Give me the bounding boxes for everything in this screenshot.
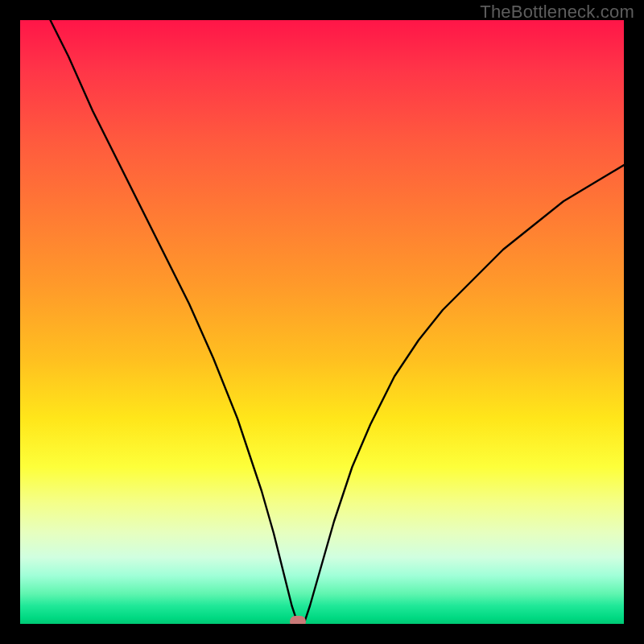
optimal-point-marker <box>290 616 306 624</box>
bottleneck-curve <box>51 20 625 624</box>
watermark-text: TheBottleneck.com <box>480 2 634 23</box>
chart-container: TheBottleneck.com <box>0 0 644 644</box>
plot-area <box>20 20 624 624</box>
curve-svg <box>20 20 624 624</box>
